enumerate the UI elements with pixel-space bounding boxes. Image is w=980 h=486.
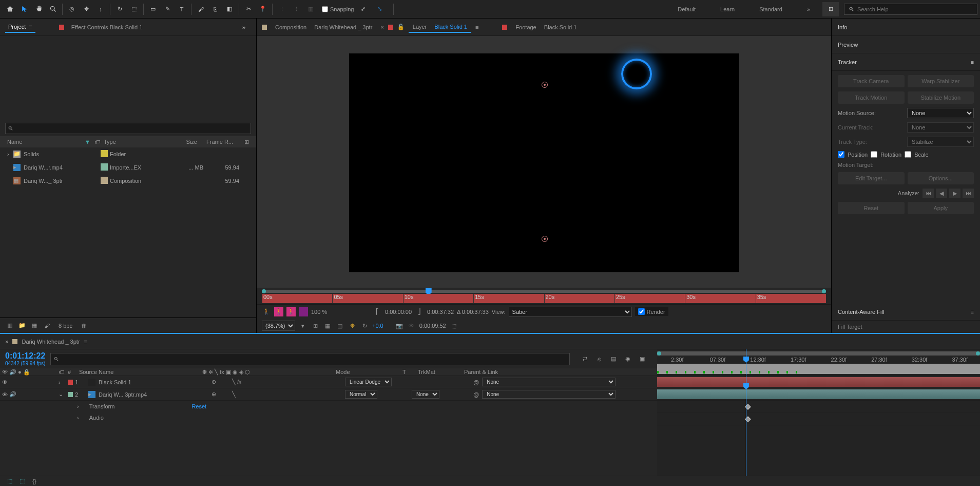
analyze-fwd-1-icon[interactable]: ⏭	[963, 189, 974, 198]
current-timecode[interactable]: 0:01:12:22	[5, 351, 45, 361]
roto-alpha-icon[interactable]: 🚶	[274, 307, 283, 316]
panel-caf-header[interactable]: Content-Aware Fill≡	[832, 303, 980, 321]
stabilize-motion-button[interactable]: Stabilize Motion	[908, 91, 974, 104]
video-toggle-icon[interactable]: 👁	[2, 391, 8, 398]
guides-icon[interactable]: ▦	[323, 321, 332, 330]
project-search-input[interactable]	[5, 123, 251, 134]
view-select[interactable]: Saber	[509, 307, 632, 317]
tab-composition[interactable]: Composition Dariq Whitehead _ 3ptr	[271, 22, 376, 32]
motion-source-select[interactable]: None	[907, 108, 974, 118]
show-snapshot-icon[interactable]: 👁	[407, 321, 416, 330]
rectangle-tool-icon[interactable]: ▭	[146, 2, 160, 16]
shy-icon[interactable]: ▤	[609, 354, 618, 364]
effect-point-end[interactable]	[542, 236, 548, 242]
close-tab-icon[interactable]: ×	[380, 24, 383, 30]
property-transform[interactable]: ›TransformReset	[0, 401, 657, 412]
menu-icon[interactable]: ≡	[29, 24, 32, 30]
tab-effect-controls[interactable]: Effect Controls Black Solid 1	[68, 22, 146, 32]
tab-layer[interactable]: Layer Black Solid 1	[409, 22, 471, 33]
parent-select[interactable]: None	[482, 390, 616, 399]
panel-preview-header[interactable]: Preview	[832, 36, 980, 53]
panel-menu-icon[interactable]: ≡	[971, 309, 974, 315]
new-folder-icon[interactable]: 📁	[17, 321, 27, 330]
edit-target-button[interactable]: Edit Target...	[838, 172, 905, 184]
dolly-tool-icon[interactable]: ↕	[93, 2, 108, 16]
eraser-tool-icon[interactable]: ◧	[222, 2, 237, 16]
toggle-modes-icon[interactable]: ⬚	[17, 477, 27, 486]
parent-select[interactable]: None	[482, 378, 616, 386]
out-point-icon[interactable]: ⎦	[415, 307, 424, 316]
audio-toggle-icon[interactable]: 🔊	[9, 391, 16, 398]
layer-bar-2[interactable]	[657, 389, 980, 399]
mask-icon[interactable]: ◫	[335, 321, 344, 330]
pan-tool-icon[interactable]: ✥	[79, 2, 93, 16]
color-mgmt-icon[interactable]: ❋	[348, 321, 357, 330]
workspace-learn[interactable]: Learn	[708, 0, 747, 18]
puppet-tool-icon[interactable]: 📍	[256, 2, 270, 16]
work-area[interactable]	[657, 364, 980, 374]
mini-time-ruler[interactable]: 00s 05s 10s 15s 20s 25s 30s 35s	[262, 294, 826, 303]
analyze-back-1-icon[interactable]: ⏮	[923, 189, 934, 198]
lock-col-icon[interactable]: 🔒	[23, 369, 30, 376]
roto-tool-icon[interactable]: ✂	[241, 2, 256, 16]
scale-checkbox[interactable]	[905, 151, 911, 158]
tag-icon[interactable]: 🏷	[92, 139, 102, 145]
snap-collapse-icon[interactable]: ⤡	[373, 2, 387, 16]
exposure-value[interactable]: +0.0	[372, 323, 383, 329]
panel-menu-icon[interactable]: ≡	[475, 24, 478, 30]
clone-tool-icon[interactable]: ⎘	[208, 2, 222, 16]
property-audio[interactable]: ›Audio	[0, 412, 657, 423]
tab-footage[interactable]: Footage Black Solid 1	[511, 22, 581, 32]
snapshot-icon[interactable]: 📷	[395, 321, 404, 330]
workspace-overflow-icon[interactable]: »	[795, 0, 822, 18]
apply-button[interactable]: Apply	[908, 202, 974, 214]
toggle-in-out-icon[interactable]: {}	[30, 477, 39, 486]
pen-tool-icon[interactable]: ✎	[160, 2, 175, 16]
current-time[interactable]: 0:00:09:52	[419, 323, 446, 329]
rotate-tool-icon[interactable]: ↻	[112, 2, 127, 16]
rotation-checkbox[interactable]	[871, 151, 877, 158]
trkmat-select[interactable]: None	[412, 390, 439, 399]
video-col-icon[interactable]: 👁	[2, 369, 8, 375]
bpc-label[interactable]: 8 bpc	[54, 323, 76, 329]
layer-row-2[interactable]: 👁🔊 ⌄ 2 ▸Dariq W... 3ptr.mp4 ⊕╲ Normal No…	[0, 388, 657, 401]
panel-overflow-icon[interactable]: »	[237, 20, 251, 34]
interpret-footage-icon[interactable]: ▥	[5, 321, 14, 330]
magnification-select[interactable]: (38.7%)	[262, 321, 295, 331]
sync-settings-icon[interactable]: ⊞	[822, 2, 839, 16]
frame-blend-icon[interactable]: ◉	[623, 354, 632, 364]
solo-col-icon[interactable]: ●	[18, 369, 22, 375]
roto-edge-icon[interactable]: 🚶	[286, 307, 296, 316]
zoom-tool-icon[interactable]	[46, 2, 60, 16]
project-item-folder[interactable]: › 📁Solids Folder	[0, 147, 256, 161]
workspace-default[interactable]: Default	[665, 0, 708, 18]
selection-tool-icon[interactable]	[17, 2, 31, 16]
close-timeline-tab-icon[interactable]: ×	[5, 339, 8, 345]
home-icon[interactable]	[3, 2, 17, 16]
delete-icon[interactable]: 🗑	[80, 321, 89, 330]
workspace-standard[interactable]: Standard	[747, 0, 795, 18]
layer-canvas[interactable]	[349, 53, 739, 272]
in-time[interactable]: 0:00:00:00	[385, 309, 412, 315]
timeline-menu-icon[interactable]: ≡	[84, 339, 87, 345]
layer-bar-1[interactable]	[657, 377, 980, 387]
analyze-fwd-icon[interactable]: ▶	[949, 189, 960, 198]
layer-row-1[interactable]: 👁 › 1 Black Solid 1 ⊕╲ fx Linear Dodge @…	[0, 376, 657, 388]
position-checkbox[interactable]	[838, 151, 844, 158]
panel-tracker-header[interactable]: Tracker≡	[832, 53, 980, 71]
audio-col-icon[interactable]: 🔊	[9, 369, 16, 376]
track-motion-button[interactable]: Track Motion	[838, 91, 905, 104]
unified-camera-icon[interactable]: ⬚	[127, 2, 141, 16]
warp-stabilizer-button[interactable]: Warp Stabilizer	[908, 75, 974, 87]
effect-point-start[interactable]	[542, 82, 548, 88]
reset-exposure-icon[interactable]: ↻	[360, 321, 369, 330]
snapping-checkbox[interactable]	[322, 6, 328, 12]
panel-info-header[interactable]: Info	[832, 18, 980, 36]
orbit-tool-icon[interactable]: ◎	[65, 2, 79, 16]
draft-3d-icon[interactable]: ⎋	[594, 354, 604, 364]
search-help-field[interactable]: 🔍︎	[844, 4, 977, 15]
flowchart-icon[interactable]: ⊞	[242, 139, 251, 145]
video-toggle-icon[interactable]: 👁	[2, 379, 8, 385]
search-help-input[interactable]	[857, 6, 973, 12]
out-time[interactable]: 0:00:37:32	[427, 309, 454, 315]
